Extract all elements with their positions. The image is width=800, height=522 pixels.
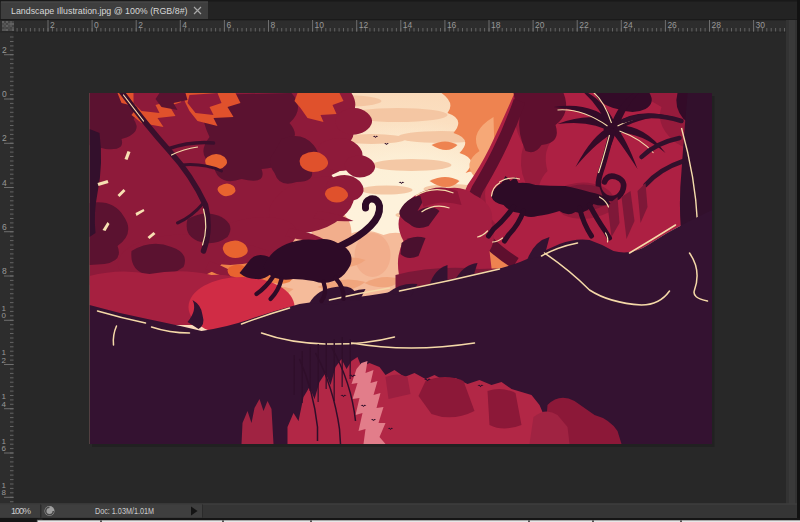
svg-text:6: 6 — [2, 222, 7, 232]
svg-text:20: 20 — [535, 20, 545, 30]
svg-text:2: 2 — [2, 133, 7, 143]
svg-text:0: 0 — [94, 20, 99, 30]
svg-text:4: 4 — [2, 400, 7, 409]
svg-text:10: 10 — [315, 20, 325, 30]
svg-text:2: 2 — [2, 356, 7, 365]
svg-text:4: 4 — [2, 178, 7, 188]
svg-text:14: 14 — [403, 20, 413, 30]
svg-text:Doc: 1.03M/1.01M: Doc: 1.03M/1.01M — [95, 506, 154, 516]
svg-text:26: 26 — [667, 20, 677, 30]
svg-text:Landscape Illustration.jpg @ 1: Landscape Illustration.jpg @ 100% (RGB/8… — [11, 5, 188, 16]
svg-text:8: 8 — [271, 20, 276, 30]
svg-text:24: 24 — [623, 20, 633, 30]
svg-text:100%: 100% — [11, 506, 31, 516]
svg-text:6: 6 — [2, 444, 7, 453]
svg-text:18: 18 — [491, 20, 501, 30]
svg-text:2: 2 — [50, 20, 55, 30]
svg-text:0: 0 — [2, 89, 7, 99]
svg-text:2: 2 — [2, 45, 7, 55]
svg-text:6: 6 — [226, 20, 231, 30]
svg-text:8: 8 — [2, 266, 7, 276]
svg-text:2: 2 — [138, 20, 143, 30]
svg-text:30: 30 — [756, 20, 766, 30]
svg-text:8: 8 — [2, 488, 7, 497]
svg-text:22: 22 — [579, 20, 589, 30]
svg-text:28: 28 — [712, 20, 722, 30]
svg-text:0: 0 — [2, 311, 7, 320]
svg-text:4: 4 — [182, 20, 187, 30]
svg-text:12: 12 — [359, 20, 369, 30]
svg-text:16: 16 — [447, 20, 457, 30]
